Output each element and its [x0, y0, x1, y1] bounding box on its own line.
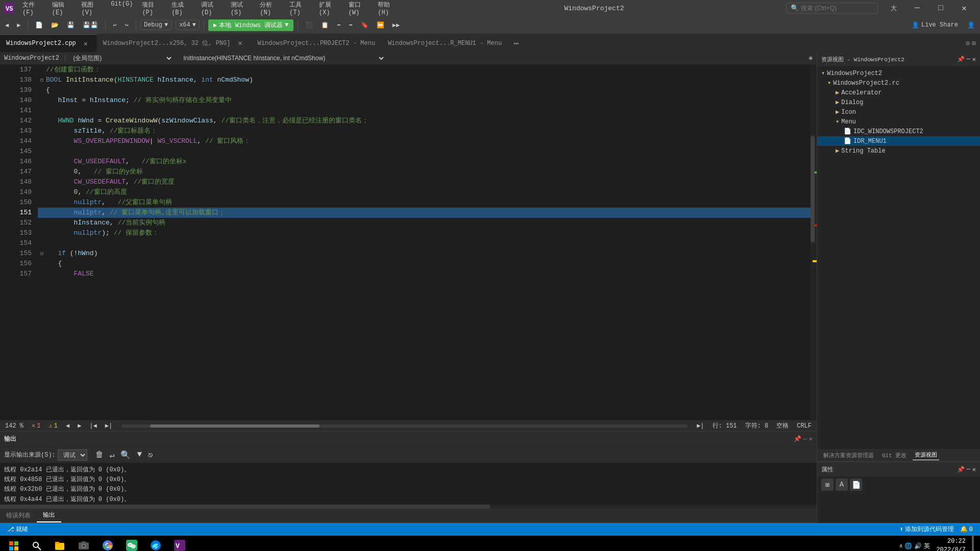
output-source-select[interactable]: 调试	[58, 449, 87, 461]
systray-expand[interactable]: ∧	[899, 543, 902, 549]
win-maximize-text[interactable]: 大	[882, 0, 905, 16]
tree-idr-menu[interactable]: 📄 IDR_MENU1	[817, 136, 980, 146]
menu-view[interactable]: 视图(V)	[77, 0, 106, 18]
tree-rc-file[interactable]: ▾ WindowsProject2.rc	[817, 78, 980, 88]
editor-settings-icon[interactable]: ⚙	[966, 39, 970, 47]
nav-left-btn[interactable]: |◀	[86, 422, 100, 430]
tree-menu[interactable]: ▾ Menu	[817, 117, 980, 127]
editor-scrollbar[interactable]	[811, 65, 817, 420]
prop-pin-icon[interactable]: 📌	[957, 466, 965, 473]
toolbar-debug-btn-4[interactable]: ➡	[346, 20, 355, 31]
toolbar-nav-fwd[interactable]: ▶	[14, 20, 23, 31]
zoom-level[interactable]: 142 %	[2, 422, 27, 430]
toolbar-debug-btn-3[interactable]: ⬅	[334, 20, 344, 31]
win-minimize-button[interactable]: ─	[905, 0, 929, 16]
horizontal-scrollbar[interactable]	[121, 424, 688, 428]
tab-close-icon[interactable]: ✕	[235, 39, 244, 47]
taskbar-search-button[interactable]	[25, 536, 48, 551]
toolbar-undo[interactable]: ↩	[110, 20, 119, 31]
nav-end-btn[interactable]: ▶|	[694, 422, 707, 430]
menu-help[interactable]: 帮助(H)	[374, 0, 402, 18]
tab-close-icon[interactable]: ✕	[81, 39, 90, 48]
win-maximize-button[interactable]: □	[929, 0, 952, 16]
taskbar-chrome[interactable]	[96, 536, 119, 551]
error-count[interactable]: ✕ 1	[29, 422, 43, 430]
output-pin-icon[interactable]: 📌	[794, 435, 801, 443]
win-close-button[interactable]: ✕	[952, 0, 976, 16]
menu-git[interactable]: Git(G)	[107, 0, 137, 18]
output-hscroll-thumb[interactable]	[0, 505, 490, 509]
tree-icon[interactable]: ▶ Icon	[817, 107, 980, 117]
split-editor-icon[interactable]: ⊞	[972, 39, 976, 47]
toolbar-new[interactable]: 📄	[32, 20, 46, 31]
nav-fwd-btn[interactable]: ▶	[75, 422, 84, 430]
start-debug-button[interactable]: ▶ 本地 Windows 调试器 ▼	[208, 19, 293, 31]
tree-dialog[interactable]: ▶ Dialog	[817, 97, 980, 107]
prop-alphabetical-btn[interactable]: A	[836, 479, 848, 491]
scrollbar-thumb[interactable]	[811, 136, 815, 242]
menu-extensions[interactable]: 扩展(X)	[315, 0, 344, 18]
platform-dropdown[interactable]: x64 ▼	[176, 20, 200, 30]
menu-tools[interactable]: 工具(T)	[285, 0, 314, 18]
prop-pages-btn[interactable]: 📄	[850, 479, 862, 491]
output-tab-errors[interactable]: 错误列表	[0, 509, 37, 522]
taskbar-edge[interactable]	[144, 536, 167, 551]
add-tab-button[interactable]: ⋯	[508, 38, 524, 49]
sb-git-icon[interactable]: ⎇ 就绪	[4, 525, 31, 534]
volume-icon[interactable]: 🔊	[914, 542, 922, 550]
resource-close-icon[interactable]: ✕	[972, 56, 976, 63]
taskbar-explorer[interactable]	[48, 536, 71, 551]
toolbar-debug-btn-2[interactable]: 📋	[318, 20, 332, 31]
toolbar-debug-btn-1[interactable]: ⬛	[302, 20, 316, 31]
editor-scroll[interactable]: ⊟	[36, 65, 811, 420]
tree-string-table[interactable]: ▶ String Table	[817, 146, 980, 156]
prop-categories-btn[interactable]: ⊞	[821, 479, 834, 491]
tree-project[interactable]: ▾ WindowsProject2	[817, 68, 980, 78]
tree-idc-menu[interactable]: 📄 IDC_WINDOWSPROJECT2	[817, 127, 980, 136]
menu-file[interactable]: 文件(F)	[18, 0, 47, 18]
tab-menu1[interactable]: WindowsProject...PROJECT2 - Menu	[251, 34, 381, 52]
toolbar-debug-btn-6[interactable]: ⏩	[374, 20, 387, 31]
menu-build[interactable]: 生成(B)	[167, 0, 196, 18]
fold-155[interactable]: ⊟	[38, 248, 46, 259]
menu-debug[interactable]: 调试(D)	[197, 0, 226, 18]
taskbar-wechat[interactable]	[120, 536, 143, 551]
taskbar-clock[interactable]: 20:22 2022/8/7	[932, 537, 970, 551]
warning-count[interactable]: ⚠ 1	[45, 422, 60, 430]
output-minimize-icon[interactable]: ─	[803, 436, 807, 443]
nav-right-btn[interactable]: ▶|	[102, 422, 115, 430]
network-icon[interactable]: 🌐	[904, 542, 912, 550]
output-find-btn[interactable]: 🔍	[118, 449, 133, 461]
output-hscroll[interactable]	[0, 505, 817, 509]
sb-source-control[interactable]: ⬆ 添加到源代码管理	[897, 525, 957, 534]
toolbar-save[interactable]: 💾	[64, 20, 78, 31]
start-button[interactable]	[2, 536, 25, 551]
scope-selector[interactable]: (全局范围)	[71, 54, 173, 62]
output-clear-btn[interactable]: 🗑	[93, 449, 106, 461]
h-scrollbar-thumb[interactable]	[150, 424, 320, 428]
debug-config-dropdown[interactable]: Debug ▼	[140, 20, 172, 30]
toolbar-save-all[interactable]: 💾💾	[80, 20, 101, 31]
tab-menu2[interactable]: WindowsProject...R_MENU1 - Menu	[382, 34, 508, 52]
toolbar-account[interactable]: 👤	[964, 20, 978, 31]
tab-windowsproject2-cpp[interactable]: WindowsProject2.cpp ✕	[0, 34, 97, 52]
output-wrap-btn[interactable]: ↵	[108, 449, 117, 461]
output-close-icon[interactable]: ✕	[809, 435, 813, 443]
search-box[interactable]: 🔍	[786, 3, 878, 14]
expand-icon[interactable]: ⊕	[809, 55, 813, 62]
rtab-solution[interactable]: 解决方案资源管理器	[821, 450, 876, 460]
toolbar-nav-back[interactable]: ◀	[2, 20, 12, 31]
prop-close-icon[interactable]: ✕	[972, 466, 976, 473]
search-input[interactable]	[801, 5, 872, 12]
rtab-git[interactable]: Git 更改	[880, 450, 909, 460]
menu-analyze[interactable]: 分析(N)	[256, 0, 284, 18]
taskbar-camera[interactable]	[72, 536, 95, 551]
fold-138[interactable]: ⊟	[38, 75, 46, 85]
output-tab-output[interactable]: 输出	[37, 509, 61, 522]
show-desktop-btn[interactable]	[972, 536, 974, 551]
prop-minimize-icon[interactable]: ─	[967, 466, 970, 473]
nav-back-btn[interactable]: ◀	[63, 422, 72, 430]
resource-minimize-icon[interactable]: ─	[967, 56, 970, 63]
taskbar-vs[interactable]: V	[168, 536, 191, 551]
toolbar-debug-btn-5[interactable]: 🔖	[358, 20, 372, 31]
